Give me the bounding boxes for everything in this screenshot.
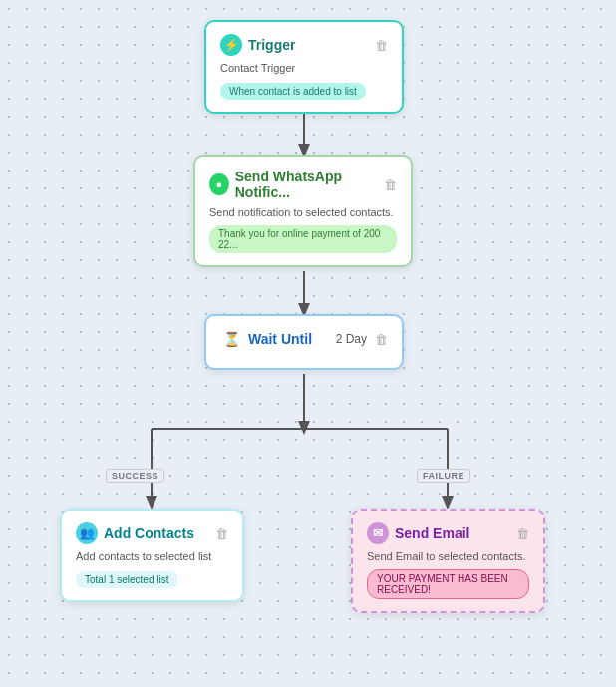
email-tag: YOUR PAYMENT HAS BEEN RECEIVED!	[367, 569, 529, 599]
email-subtitle: Send Email to selected contacts.	[367, 550, 529, 562]
email-icon: ✉	[367, 522, 389, 544]
contacts-card-header: 👥 Add Contacts 🗑	[76, 522, 228, 544]
failure-label: FAILURE	[417, 469, 470, 483]
whatsapp-tag: Thank you for online payment of 200 22..…	[209, 225, 397, 253]
contacts-card: 👥 Add Contacts 🗑 Add contacts to selecte…	[60, 509, 244, 602]
trigger-header-left: ⚡ Trigger	[220, 34, 295, 56]
wait-header-left: ⏳ Wait Until	[220, 328, 312, 350]
contacts-title: Add Contacts	[104, 525, 194, 541]
contacts-header-left: 👥 Add Contacts	[76, 522, 194, 544]
whatsapp-card-header: ● Send WhatsApp Notific... 🗑	[209, 169, 397, 200]
whatsapp-title: Send WhatsApp Notific...	[235, 169, 384, 200]
whatsapp-delete-button[interactable]: 🗑	[384, 177, 397, 192]
contacts-subtitle: Add contacts to selected list	[76, 550, 228, 562]
email-card: ✉ Send Email 🗑 Send Email to selected co…	[351, 509, 545, 613]
wait-day-label: 2 Day	[336, 332, 367, 346]
flow-canvas: ⚡ Trigger 🗑 Contact Trigger When contact…	[0, 0, 616, 687]
wait-card: ⏳ Wait Until 2 Day 🗑	[204, 314, 404, 370]
whatsapp-subtitle: Send notification to selected contacts.	[209, 206, 397, 218]
trigger-title: Trigger	[248, 37, 295, 53]
wait-delete-button[interactable]: 🗑	[375, 332, 388, 347]
trigger-icon: ⚡	[220, 34, 242, 56]
wait-card-header: ⏳ Wait Until 2 Day 🗑	[220, 328, 388, 350]
contacts-icon: 👥	[76, 522, 98, 544]
email-title: Send Email	[395, 525, 469, 541]
wait-icon: ⏳	[220, 328, 242, 350]
whatsapp-card: ● Send WhatsApp Notific... 🗑 Send notifi…	[193, 155, 413, 267]
trigger-card-header: ⚡ Trigger 🗑	[220, 34, 388, 56]
whatsapp-icon: ●	[209, 173, 229, 195]
trigger-tag: When contact is added to list	[220, 83, 366, 100]
trigger-delete-button[interactable]: 🗑	[375, 38, 388, 53]
success-label: SUCCESS	[106, 469, 164, 483]
email-header-left: ✉ Send Email	[367, 522, 469, 544]
whatsapp-header-left: ● Send WhatsApp Notific...	[209, 169, 384, 200]
email-card-header: ✉ Send Email 🗑	[367, 522, 529, 544]
wait-title: Wait Until	[248, 331, 312, 347]
contacts-tag: Total 1 selected list	[76, 571, 178, 588]
trigger-subtitle: Contact Trigger	[220, 62, 388, 74]
contacts-delete-button[interactable]: 🗑	[215, 526, 228, 541]
trigger-card: ⚡ Trigger 🗑 Contact Trigger When contact…	[204, 20, 404, 114]
email-delete-button[interactable]: 🗑	[516, 526, 529, 541]
